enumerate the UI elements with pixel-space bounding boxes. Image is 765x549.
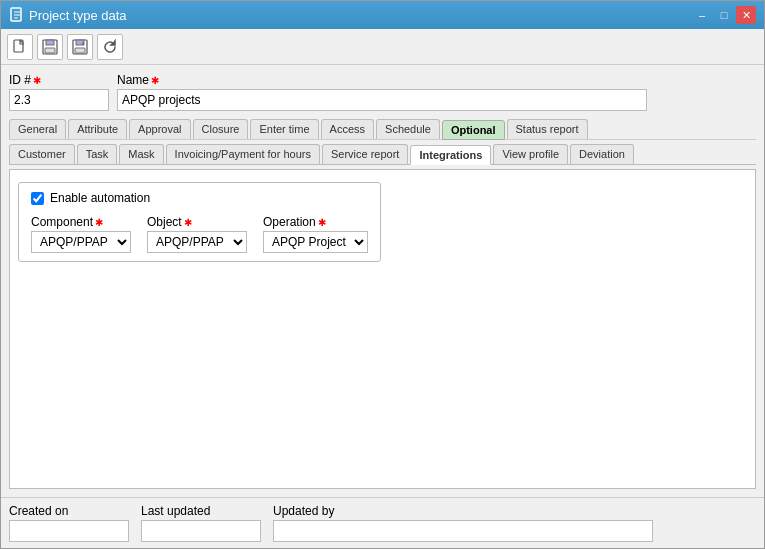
tab-closure[interactable]: Closure	[193, 119, 249, 139]
last-updated-field: Last updated	[141, 504, 261, 542]
refresh-button[interactable]	[97, 34, 123, 60]
subtab-view-profile[interactable]: View profile	[493, 144, 568, 164]
toolbar	[1, 29, 764, 65]
object-field: Object ✱ APQP/PPAP	[147, 215, 247, 253]
name-input[interactable]	[117, 89, 647, 111]
save-alt-icon	[72, 39, 88, 55]
tab-enter-time[interactable]: Enter time	[250, 119, 318, 139]
subtab-task[interactable]: Task	[77, 144, 118, 164]
subtab-customer[interactable]: Customer	[9, 144, 75, 164]
created-on-input[interactable]	[9, 520, 129, 542]
svg-rect-3	[46, 40, 54, 45]
tab-general[interactable]: General	[9, 119, 66, 139]
footer: Created on Last updated Updated by	[1, 497, 764, 548]
close-button[interactable]: ✕	[736, 6, 756, 24]
component-required: ✱	[95, 217, 103, 228]
id-input[interactable]	[9, 89, 109, 111]
restore-button[interactable]: □	[714, 6, 734, 24]
id-name-row: ID # ✱ Name ✱	[9, 73, 756, 111]
last-updated-label: Last updated	[141, 504, 261, 518]
document-icon	[9, 7, 25, 23]
sub-tabs: Customer Task Mask Invoicing/Payment for…	[9, 144, 756, 165]
title-bar: Project type data – □ ✕	[1, 1, 764, 29]
subtab-integrations[interactable]: Integrations	[410, 145, 491, 165]
operation-select[interactable]: APQP Project	[263, 231, 368, 253]
object-required: ✱	[184, 217, 192, 228]
new-icon	[12, 39, 28, 55]
created-on-label: Created on	[9, 504, 129, 518]
panel-content: Enable automation Component ✱ APQP/PPAP	[9, 169, 756, 489]
component-field: Component ✱ APQP/PPAP	[31, 215, 131, 253]
main-window: Project type data – □ ✕	[0, 0, 765, 549]
component-select[interactable]: APQP/PPAP	[31, 231, 131, 253]
main-tabs: General Attribute Approval Closure Enter…	[9, 119, 756, 140]
save-icon	[42, 39, 58, 55]
minimize-button[interactable]: –	[692, 6, 712, 24]
updated-by-field: Updated by	[273, 504, 653, 542]
tab-attribute[interactable]: Attribute	[68, 119, 127, 139]
id-label: ID # ✱	[9, 73, 109, 87]
subtab-invoicing[interactable]: Invoicing/Payment for hours	[166, 144, 320, 164]
object-select[interactable]: APQP/PPAP	[147, 231, 247, 253]
automation-checkbox[interactable]	[31, 192, 44, 205]
subtab-mask[interactable]: Mask	[119, 144, 163, 164]
title-controls: – □ ✕	[692, 6, 756, 24]
subtab-service-report[interactable]: Service report	[322, 144, 408, 164]
svg-rect-4	[45, 48, 55, 53]
automation-fields: Component ✱ APQP/PPAP Object ✱	[31, 215, 368, 253]
tab-access[interactable]: Access	[321, 119, 374, 139]
object-label: Object ✱	[147, 215, 247, 229]
save-alt-button[interactable]	[67, 34, 93, 60]
operation-field: Operation ✱ APQP Project	[263, 215, 368, 253]
updated-by-input[interactable]	[273, 520, 653, 542]
id-field-group: ID # ✱	[9, 73, 109, 111]
tab-optional[interactable]: Optional	[442, 120, 505, 140]
updated-by-label: Updated by	[273, 504, 653, 518]
window-title: Project type data	[29, 8, 127, 23]
automation-legend: Enable automation	[31, 191, 368, 205]
operation-label: Operation ✱	[263, 215, 368, 229]
save-button[interactable]	[37, 34, 63, 60]
name-required: ✱	[151, 75, 159, 86]
component-label: Component ✱	[31, 215, 131, 229]
operation-required: ✱	[318, 217, 326, 228]
tab-status-report[interactable]: Status report	[507, 119, 588, 139]
refresh-icon	[102, 39, 118, 55]
name-field-group: Name ✱	[117, 73, 647, 111]
tab-approval[interactable]: Approval	[129, 119, 190, 139]
automation-group: Enable automation Component ✱ APQP/PPAP	[18, 182, 381, 262]
new-button[interactable]	[7, 34, 33, 60]
title-bar-left: Project type data	[9, 7, 127, 23]
name-label: Name ✱	[117, 73, 647, 87]
tab-schedule[interactable]: Schedule	[376, 119, 440, 139]
svg-rect-7	[75, 48, 85, 53]
id-required: ✱	[33, 75, 41, 86]
created-on-field: Created on	[9, 504, 129, 542]
automation-checkbox-label[interactable]: Enable automation	[50, 191, 150, 205]
last-updated-input[interactable]	[141, 520, 261, 542]
main-content: ID # ✱ Name ✱ General Attribute Approval…	[1, 65, 764, 497]
subtab-deviation[interactable]: Deviation	[570, 144, 634, 164]
